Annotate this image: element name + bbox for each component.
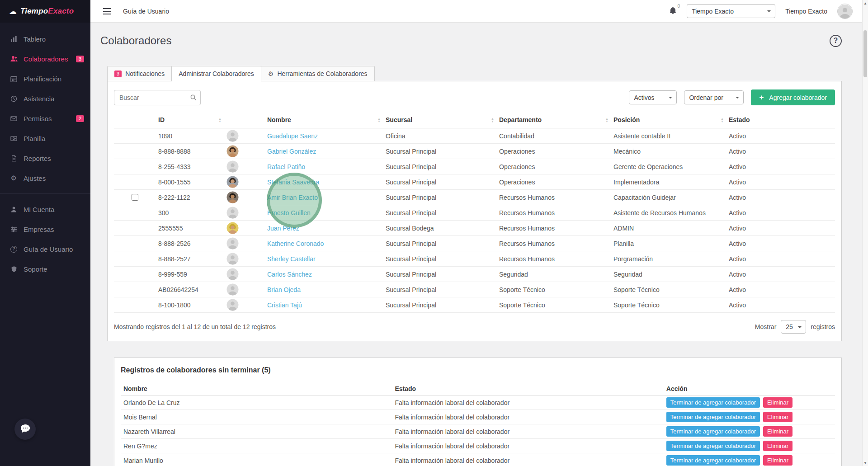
tab-notificaciones[interactable]: 3Notificaciones [107,66,172,81]
search-input[interactable] [114,90,201,105]
tab-count-badge: 3 [114,71,122,77]
pending-row: Marian MurilloFalta información laboral … [121,453,835,466]
page-size-select[interactable]: 25 [781,320,806,334]
sidebar-item-permisos[interactable]: Permisos2 [0,108,90,128]
delete-button[interactable]: Eliminar [763,441,793,451]
employee-estado: Activo [726,205,835,221]
employee-name-link[interactable]: Carlos Sánchez [267,271,312,278]
brand-logo[interactable]: ☁ TiempoExacto [0,0,90,23]
employee-avatar [226,160,239,173]
employee-row: 8-222-1122Amir Brian ExactoSucursal Prin… [114,190,835,205]
employee-name-link[interactable]: Ernesto Guillen [267,209,311,217]
column-header-posicion[interactable]: Posición▲▼ [611,113,726,128]
column-header-departamento[interactable]: Departamento▲▼ [496,113,611,128]
employee-departamento: Seguridad [496,267,611,282]
employee-posicion: Gerente de Operaciones [611,159,726,174]
sort-icon[interactable]: ▲▼ [491,118,494,123]
employee-avatar [226,207,239,219]
card-icon [10,135,18,142]
employee-estado: Activo [726,236,835,251]
column-header-id[interactable]: ID▲▼ [156,113,224,128]
add-collaborator-button[interactable]: + Agregar colaborador [751,89,835,105]
page-title: Colaboradores [100,34,171,47]
employee-estado: Activo [726,174,835,190]
finish-adding-button[interactable]: Terminar de agregar colaborador [666,441,760,451]
tab-administrar-colaboradores[interactable]: Administrar Colaboradores [171,66,261,81]
delete-button[interactable]: Eliminar [763,455,793,466]
finish-adding-button[interactable]: Terminar de agregar colaborador [666,397,760,408]
user-avatar[interactable] [837,4,853,19]
scrollbar-thumb[interactable] [863,30,867,77]
chat-button[interactable] [14,419,36,440]
help-icon[interactable]: ? [830,35,842,47]
sort-icon[interactable]: ▲▼ [377,118,381,123]
employee-name-link[interactable]: Amir Brian Exacto [267,194,318,201]
employee-name-link[interactable]: Rafael Patiño [267,163,305,170]
employee-name-link[interactable]: Stefania Saavedra [267,179,319,186]
employee-avatar [226,176,239,188]
employee-name-link[interactable]: Guadalupe Saenz [267,132,318,140]
employee-name-link[interactable]: Sherley Castellar [267,255,316,263]
finish-adding-button[interactable]: Terminar de agregar colaborador [666,455,760,466]
employee-posicion: Seguridad [611,267,726,282]
sidebar-item-guia-de-usuario[interactable]: ?Guía de Usuario [0,239,90,259]
employee-posicion: Soporte Técnico [611,282,726,297]
sidebar-item-reportes[interactable]: Reportes [0,148,90,168]
sidebar-item-asistencia[interactable]: Asistencia [0,89,90,108]
sort-by-select[interactable]: Ordenar por [684,90,744,104]
employee-sucursal: Sucursal Principal [383,159,496,174]
pending-name: Mois Bernal [121,410,392,424]
sidebar-item-planificacion[interactable]: Planificación [0,69,90,89]
sidebar-item-mi-cuenta[interactable]: Mi Cuenta [0,199,90,219]
search-icon[interactable] [190,94,197,102]
sidebar-item-tablero[interactable]: Tablero [0,29,90,49]
pending-status: Falta información laboral del colaborado… [392,395,663,410]
delete-button[interactable]: Eliminar [763,426,793,437]
tab-herramientas-de-colaboradores[interactable]: ⚙Herramientas de Colaboradores [261,66,375,81]
employee-avatar [226,237,239,249]
pending-row: Nazareth VillarrealFalta información lab… [121,424,835,439]
column-header-sucursal[interactable]: Sucursal▲▼ [383,113,496,128]
status-filter-select[interactable]: Activos [629,90,677,104]
calendar-icon [10,75,18,82]
employee-name-link[interactable]: Katherine Coronado [267,240,324,247]
sort-icon[interactable]: ▲▼ [605,118,609,123]
row-checkbox[interactable] [132,194,138,201]
sidebar-item-colaboradores[interactable]: Colaboradores3 [0,49,90,69]
menu-toggle-icon[interactable] [103,8,111,14]
employee-row: 1090Guadalupe SaenzOficinaContabilidadAs… [114,128,835,144]
employee-departamento: Recursos Humanos [496,205,611,221]
employee-name-link[interactable]: Cristian Tajú [267,301,302,309]
employee-row: 8-000-1555Stefania SaavedraSucursal Prin… [114,174,835,190]
pending-col-accion: Acción [664,382,835,395]
employee-estado: Activo [726,297,835,313]
delete-button[interactable]: Eliminar [763,412,793,422]
employee-sucursal: Sucursal Principal [383,282,496,297]
column-header-nombre[interactable]: Nombre▲▼ [264,113,383,128]
sidebar-item-planilla[interactable]: Planilla [0,128,90,148]
delete-button[interactable]: Eliminar [763,397,793,408]
sidebar-item-ajustes[interactable]: ⚙Ajustes [0,168,90,188]
scrollbar[interactable]: ▲ ▼ [862,0,868,466]
employees-panel: Activos Ordenar por + Agregar colaborado… [107,81,842,341]
employee-estado: Activo [726,251,835,267]
finish-adding-button[interactable]: Terminar de agregar colaborador [666,426,760,437]
employee-name-link[interactable]: Brian Ojeda [267,286,301,293]
employee-departamento: Soporte Técnico [496,297,611,313]
employee-avatar [226,191,239,203]
finish-adding-button[interactable]: Terminar de agregar colaborador [666,412,760,422]
scroll-down-icon[interactable]: ▼ [863,460,867,466]
scroll-up-icon[interactable]: ▲ [863,0,867,6]
employee-avatar [226,268,239,280]
employee-name-link[interactable]: Gabriel González [267,148,316,155]
sort-icon[interactable]: ▲▼ [721,118,724,123]
sidebar-item-empresas[interactable]: Empresas [0,219,90,239]
notifications-button[interactable]: 0 [669,7,677,16]
employee-row: 8-888-8888Gabriel GonzálezSucursal Princ… [114,144,835,159]
employee-id: AB026642254 [156,282,224,297]
sort-icon[interactable]: ▲▼ [218,118,222,123]
employee-name-link[interactable]: Juan Pérez [267,225,299,232]
employee-estado: Activo [726,190,835,205]
company-select[interactable]: Tiempo Exacto [687,4,775,18]
sidebar-item-soporte[interactable]: Soporte [0,259,90,279]
